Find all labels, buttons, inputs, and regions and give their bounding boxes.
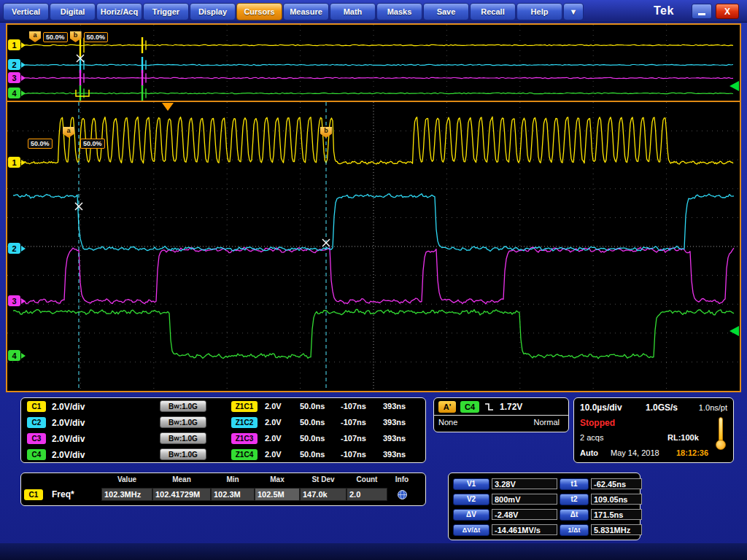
menu-cursors[interactable]: Cursors bbox=[236, 3, 282, 20]
col-mean: Mean bbox=[152, 475, 211, 483]
bottom-bar bbox=[0, 543, 747, 560]
zoom-end: 393ns bbox=[383, 418, 406, 427]
measurement-panel: Value Mean Min Max St Dev Count Info C1 … bbox=[20, 472, 426, 506]
channel-row-c3: C3 2.0V/div BW:1.0G Z1C3 2.0V 50.0ns -10… bbox=[21, 431, 425, 447]
zoom-channel-button[interactable]: Z1C3 bbox=[231, 433, 258, 444]
cursor-b-percent: 50.0% bbox=[84, 32, 109, 42]
cursor-t2-button[interactable]: t2 bbox=[560, 494, 589, 505]
cursor-dt-button[interactable]: Δt bbox=[560, 509, 589, 521]
menu-save[interactable]: Save bbox=[423, 3, 469, 20]
close-button[interactable]: X bbox=[716, 4, 739, 19]
overview-traces bbox=[7, 25, 740, 101]
trigger-source-button[interactable]: C4 bbox=[460, 401, 479, 413]
trigger-holdoff: None bbox=[438, 418, 457, 427]
col-count: Count bbox=[347, 475, 387, 483]
channel-c4-button[interactable]: C4 bbox=[27, 449, 46, 460]
channel-1-marker[interactable]: 1 bbox=[8, 157, 28, 168]
measurement-name: Freq* bbox=[49, 489, 101, 499]
zoom-channel-button[interactable]: Z1C4 bbox=[231, 449, 258, 460]
time-label: 18:12:36 bbox=[676, 448, 708, 457]
cursor-dvdt-value: -14.461MV/s bbox=[492, 524, 557, 535]
sample-resolution: 1.0ns/pt bbox=[699, 403, 727, 412]
measurement-row: C1 Freq* 102.3MHz 102.41729M 102.3M 102.… bbox=[21, 485, 425, 504]
bandwidth-button[interactable]: BW:1.0G bbox=[160, 400, 206, 412]
measurement-source-button[interactable]: C1 bbox=[24, 489, 43, 500]
minimize-button[interactable] bbox=[692, 4, 712, 19]
cursor-v1-button[interactable]: V1 bbox=[453, 478, 489, 490]
col-value: Value bbox=[101, 475, 152, 483]
measurement-count: 2.0 bbox=[347, 488, 387, 501]
bandwidth-button[interactable]: BW:1.0G bbox=[160, 416, 206, 428]
cursor-t1-button[interactable]: t1 bbox=[560, 478, 589, 490]
menu-trigger[interactable]: Trigger bbox=[143, 3, 189, 20]
menu-masks[interactable]: Masks bbox=[376, 3, 422, 20]
channel-row-c2: C2 2.0V/div BW:1.0G Z1C2 2.0V 50.0ns -10… bbox=[21, 415, 425, 431]
channel-2-marker[interactable]: 2 bbox=[8, 59, 28, 70]
menu-horiz-acq[interactable]: Horiz/Acq bbox=[96, 3, 142, 20]
menu-dropdown-button[interactable]: ▼ bbox=[563, 3, 584, 20]
info-globe-icon bbox=[397, 489, 408, 500]
measurement-info-cell[interactable] bbox=[387, 489, 417, 500]
bandwidth-button[interactable]: BW:1.0G bbox=[160, 432, 206, 444]
menu-bar: Vertical Digital Horiz/Acq Trigger Displ… bbox=[0, 0, 747, 23]
zoom-channel-button[interactable]: Z1C2 bbox=[231, 417, 258, 428]
col-max: Max bbox=[255, 475, 300, 483]
measurement-value: 102.3MHz bbox=[101, 488, 152, 501]
vertical-scale: 2.0V/div bbox=[52, 418, 85, 428]
cursor-v1-value: 3.28V bbox=[492, 478, 557, 489]
zoom-start: -107ns bbox=[341, 434, 366, 443]
menu-recall[interactable]: Recall bbox=[470, 3, 516, 20]
trigger-mode-label: Auto bbox=[580, 448, 598, 457]
channel-c3-button[interactable]: C3 bbox=[27, 433, 46, 444]
sample-rate: 1.0GS/s bbox=[646, 402, 678, 413]
trigger-event-button[interactable]: A' bbox=[438, 401, 456, 413]
col-stdev: St Dev bbox=[300, 475, 347, 483]
cursor-dt-value: 171.5ns bbox=[591, 509, 642, 520]
channel-row-c1: C1 2.0V/div BW:1.0G Z1C1 2.0V 50.0ns -10… bbox=[21, 399, 425, 415]
record-length: RL:100k bbox=[667, 433, 699, 442]
channel-arrow-icon bbox=[21, 353, 28, 359]
tek-logo: Tek bbox=[654, 4, 674, 18]
channel-4-marker[interactable]: 4 bbox=[8, 350, 28, 361]
menu-measure[interactable]: Measure bbox=[283, 3, 329, 20]
channel-4-marker[interactable]: 4 bbox=[8, 88, 28, 98]
channel-3-marker[interactable]: 3 bbox=[8, 295, 28, 306]
cursor-a-flag[interactable]: a bbox=[29, 31, 41, 42]
zoom-channel-button[interactable]: Z1C1 bbox=[231, 401, 258, 412]
menu-display[interactable]: Display bbox=[190, 3, 236, 20]
channel-3-marker[interactable]: 3 bbox=[8, 72, 28, 83]
cursor-1dt-button[interactable]: 1/Δt bbox=[560, 524, 589, 536]
channel-arrow-icon bbox=[21, 90, 28, 96]
cursor-t1-value: -62.45ns bbox=[591, 478, 642, 489]
cursor-b-flag[interactable]: b bbox=[70, 31, 82, 42]
cursor-v2-button[interactable]: V2 bbox=[453, 494, 489, 505]
zoom-end: 393ns bbox=[383, 434, 406, 443]
measurement-stdev: 147.0k bbox=[300, 488, 347, 501]
menu-digital[interactable]: Digital bbox=[50, 3, 96, 20]
channel-arrow-icon bbox=[21, 42, 28, 48]
menu-math[interactable]: Math bbox=[330, 3, 376, 20]
zoom-timebase: 50.0ns bbox=[300, 450, 325, 459]
menu-vertical[interactable]: Vertical bbox=[3, 3, 49, 20]
acquisition-count: 2 acqs bbox=[580, 433, 603, 442]
channel-2-marker[interactable]: 2 bbox=[8, 243, 28, 254]
date-label: May 14, 2018 bbox=[611, 448, 659, 457]
channel-c2-button[interactable]: C2 bbox=[27, 417, 46, 428]
channel-c1-button[interactable]: C1 bbox=[27, 401, 46, 412]
cursor-dv-value: -2.48V bbox=[492, 509, 557, 520]
measurement-max: 102.5M bbox=[255, 488, 300, 501]
bandwidth-button[interactable]: BW:1.0G bbox=[160, 448, 206, 460]
channel-1-marker[interactable]: 1 bbox=[8, 39, 28, 50]
cursor-a-percent-right: 50.0% bbox=[80, 139, 105, 149]
cursor-dv-button[interactable]: ΔV bbox=[453, 509, 489, 521]
cursor-t2-value: 109.05ns bbox=[591, 494, 642, 505]
cursor-readout-panel: V1 3.28V t1 -62.45ns V2 800mV t2 109.05n… bbox=[448, 472, 640, 540]
channel-arrow-icon bbox=[21, 75, 28, 81]
zoom-timebase: 50.0ns bbox=[300, 402, 325, 411]
trigger-level: 1.72V bbox=[500, 402, 522, 412]
cursor-v2-value: 800mV bbox=[492, 494, 557, 505]
menu-help[interactable]: Help bbox=[516, 3, 562, 20]
horizontal-panel: 10.0µs/div 1.0GS/s 1.0ns/pt Stopped 2 ac… bbox=[573, 397, 734, 463]
cursor-dvdt-button[interactable]: ΔV/Δt bbox=[453, 524, 489, 536]
zoom-traces bbox=[7, 102, 740, 391]
